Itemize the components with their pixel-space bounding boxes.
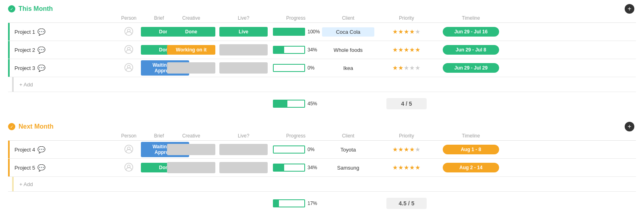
col-person: Person: [117, 133, 141, 139]
status-badge-empty[interactable]: [167, 144, 215, 155]
summary-row: 17% 4.5 / 5: [8, 193, 636, 211]
table: Person Brief Creative Live? Progress Cli…: [8, 131, 636, 211]
person-icon[interactable]: [124, 63, 133, 72]
person-cell[interactable]: [117, 45, 141, 55]
client-cell: Samsung: [322, 165, 374, 171]
green-border: [8, 23, 10, 41]
status-badge[interactable]: Working on it: [167, 45, 215, 55]
col-priority: Priority: [374, 15, 439, 21]
live-cell[interactable]: [217, 44, 270, 55]
add-section-button[interactable]: +: [625, 122, 634, 131]
project-name-cell: Project 3 💬: [8, 59, 117, 77]
add-row: + Add: [8, 177, 636, 192]
timeline-cell[interactable]: Jun 29 - Jul 29: [439, 63, 503, 73]
live-cell[interactable]: Live: [217, 27, 270, 37]
timeline-cell[interactable]: Jun 29 - Jul 16: [439, 27, 503, 37]
star-empty: ★: [415, 64, 421, 71]
creative-cell[interactable]: [165, 162, 217, 173]
timeline-badge[interactable]: Aug 2 - 14: [443, 163, 499, 172]
col-creative: Creative: [165, 133, 217, 139]
progress-percent: 34%: [308, 165, 320, 170]
green-add-border: [12, 77, 14, 92]
status-badge-empty[interactable]: [219, 144, 268, 155]
creative-cell[interactable]: [165, 144, 217, 155]
progress-bar: [273, 64, 305, 72]
add-label[interactable]: + Add: [8, 77, 117, 92]
yellow-border: [8, 141, 10, 158]
brief-cell[interactable]: Done: [141, 45, 165, 55]
person-icon[interactable]: [124, 45, 133, 54]
creative-cell[interactable]: Done: [165, 27, 217, 37]
progress-bar-fill: [274, 29, 304, 35]
col-person: Person: [117, 15, 141, 21]
person-icon[interactable]: [124, 163, 133, 172]
timeline-cell[interactable]: Aug 1 - 8: [439, 145, 503, 154]
comment-icon[interactable]: 💬: [37, 146, 45, 154]
col-timeline: Timeline: [439, 133, 503, 139]
brief-cell[interactable]: Waiting for Approval: [141, 142, 165, 157]
col-timeline: Timeline: [439, 15, 503, 21]
timeline-cell[interactable]: Jun 29 - Jul 8: [439, 45, 503, 55]
timeline-cell[interactable]: Aug 2 - 14: [439, 163, 503, 172]
brief-cell[interactable]: Done: [141, 27, 165, 37]
column-headers: Person Brief Creative Live? Progress Cli…: [8, 14, 636, 23]
add-section-button[interactable]: +: [625, 4, 634, 14]
comment-icon[interactable]: 💬: [37, 28, 45, 36]
status-badge[interactable]: Live: [219, 27, 268, 37]
star-empty: ★: [415, 146, 421, 153]
client-wrapper: Coca Cola: [322, 27, 374, 37]
add-label[interactable]: + Add: [8, 177, 117, 191]
comment-icon[interactable]: 💬: [37, 46, 45, 54]
timeline-badge[interactable]: Jun 29 - Jul 8: [443, 45, 499, 55]
comment-icon[interactable]: 💬: [37, 164, 45, 172]
star-filled: ★: [392, 28, 398, 35]
progress-cell: 34%: [270, 164, 322, 172]
project-name-cell: Project 1 💬: [8, 23, 117, 41]
add-text[interactable]: + Add: [15, 181, 33, 187]
live-cell[interactable]: [217, 144, 270, 155]
timeline-badge[interactable]: Jun 29 - Jul 16: [443, 27, 499, 37]
progress-percent: 0%: [308, 65, 320, 71]
summary-progress-bar: [273, 100, 305, 108]
status-badge-empty[interactable]: [219, 62, 268, 74]
priority-cell: ★★★★★: [374, 146, 439, 153]
green-border: [8, 41, 10, 59]
person-cell[interactable]: [117, 27, 141, 37]
client-cell: Toyota: [322, 147, 374, 153]
progress-cell: 100%: [270, 28, 322, 36]
summary-progress-cell: 17%: [270, 199, 322, 207]
person-cell[interactable]: [117, 163, 141, 173]
star-filled: ★: [392, 46, 398, 53]
add-text[interactable]: + Add: [15, 82, 33, 88]
col-priority: Priority: [374, 133, 439, 139]
status-badge-empty[interactable]: [219, 162, 268, 173]
client-wrapper: Samsung: [322, 165, 374, 171]
brief-cell[interactable]: Waiting for Approval: [141, 60, 165, 76]
project-name: Project 4: [12, 147, 35, 153]
status-badge-empty[interactable]: [167, 162, 215, 173]
timeline-badge[interactable]: Aug 1 - 8: [443, 145, 499, 154]
col-live: Live?: [217, 133, 270, 139]
project-name: Project 1: [12, 29, 35, 35]
person-icon[interactable]: [124, 145, 133, 154]
green-border: [8, 59, 10, 77]
brief-cell[interactable]: Done: [141, 163, 165, 172]
col-extra: [503, 15, 576, 21]
table-row: Project 2 💬 Done Working on it: [8, 41, 636, 59]
person-cell[interactable]: [117, 63, 141, 73]
comment-icon[interactable]: 💬: [37, 64, 45, 72]
progress-bar: [273, 164, 305, 172]
progress-percent: 34%: [308, 47, 320, 53]
star-filled: ★: [398, 46, 404, 53]
star-filled: ★: [404, 146, 409, 153]
status-badge-empty[interactable]: [167, 62, 215, 74]
person-icon[interactable]: [124, 27, 133, 36]
creative-cell[interactable]: [165, 62, 217, 74]
person-cell[interactable]: [117, 145, 141, 155]
live-cell[interactable]: [217, 62, 270, 74]
status-badge-empty[interactable]: [219, 44, 268, 55]
timeline-badge[interactable]: Jun 29 - Jul 29: [443, 63, 499, 73]
status-badge[interactable]: Done: [167, 27, 215, 37]
creative-cell[interactable]: Working on it: [165, 45, 217, 55]
live-cell[interactable]: [217, 162, 270, 173]
